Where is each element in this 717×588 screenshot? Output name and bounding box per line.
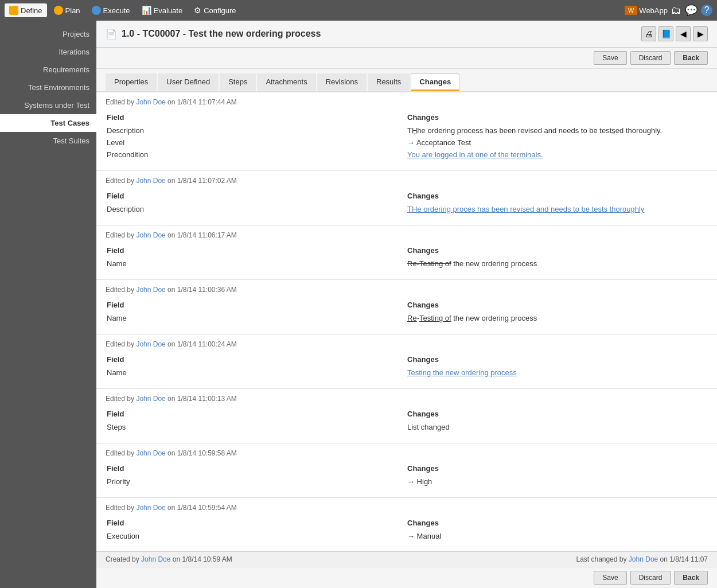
page-header: 📄 1.0 - TC00007 - Test the new ordering … [96,21,717,48]
content-area: Edited by John Doe on 1/8/14 11:07:44 AM… [96,92,717,551]
save-button[interactable]: Save [594,51,626,65]
field-col-4: Field [107,299,406,311]
sidebar-item-iterations[interactable]: Iterations [0,43,96,61]
change-author-1[interactable]: John Doe [136,98,165,106]
change-author-5[interactable]: John Doe [136,340,165,348]
topbar-plan-label: Plan [65,6,80,15]
top-toolbar: Save Discard Back [96,48,717,69]
topbar: Define Plan Execute 📊 Evaluate ⚙ Configu… [0,0,717,21]
table-row: Name Re-Testing of the new ordering proc… [107,313,707,324]
tab-changes[interactable]: Changes [411,73,459,91]
tab-attachments[interactable]: Attachments [257,73,315,91]
sidebar-item-test-environments[interactable]: Test Environments [0,79,96,96]
change-author-3[interactable]: John Doe [136,231,165,239]
changes-col-5: Changes [407,354,707,366]
strikethrough-span-3: Re-Testing of [407,259,451,268]
change-table-6: Field Changes Steps List changed [106,407,708,434]
topbar-configure[interactable]: ⚙ Configure [189,3,240,17]
change-table-5: Field Changes Name Testing the new order… [106,353,708,379]
table-row: Description THe ordering proces has been… [107,204,707,215]
change-header-2: Edited by John Doe on 1/8/14 11:07:02 AM [106,177,708,185]
change-header-8: Edited by John Doe on 1/8/14 10:59:54 AM [106,504,708,512]
field-col-5: Field [107,354,406,366]
nav-back-button[interactable]: ◀ [676,26,691,41]
main: 📄 1.0 - TC00007 - Test the new ordering … [96,21,717,588]
change-header-1: Edited by John Doe on 1/8/14 11:07:44 AM [106,98,708,106]
nav-forward-button[interactable]: ▶ [693,26,708,41]
page-title: 📄 1.0 - TC00007 - Test the new ordering … [106,29,321,40]
status-changer-link[interactable]: John Doe [629,555,658,563]
underline-span-4b: Testing of [419,314,451,322]
table-row: Precondition You are logged in at one of… [107,149,707,160]
sidebar-item-requirements[interactable]: Requirements [0,61,96,79]
name-link-5[interactable]: Testing the new ordering process [407,368,517,377]
bottom-save-button[interactable]: Save [594,571,626,585]
help-icon: ? [701,5,712,16]
sidebar: Projects Iterations Requirements Test En… [0,21,96,588]
change-author-7[interactable]: John Doe [136,449,165,457]
header-actions: 🖨 📘 ◀ ▶ [641,26,708,41]
tab-revisions[interactable]: Revisions [317,73,367,91]
bottom-back-button[interactable]: Back [674,571,708,585]
change-author-6[interactable]: John Doe [136,395,165,403]
precondition-link[interactable]: You are logged in at one of the terminal… [407,150,543,159]
sidebar-item-test-suites[interactable]: Test Suites [0,132,96,150]
sidebar-item-test-cases[interactable]: Test Cases [0,114,96,132]
topbar-plan[interactable]: Plan [49,3,85,17]
folder-icon: 🗂 [671,5,681,17]
field-col-7: Field [107,463,406,475]
change-author-8[interactable]: John Doe [136,504,165,512]
table-row: Name Re-Testing of the new ordering proc… [107,258,707,269]
field-col-6: Field [107,408,406,420]
table-row: Execution → Manual [107,531,707,542]
change-table-7: Field Changes Priority → High [106,462,708,488]
topbar-execute[interactable]: Execute [87,3,135,17]
topbar-evaluate[interactable]: 📊 Evaluate [137,3,188,17]
book-button[interactable]: 📘 [658,26,673,41]
table-row: Steps List changed [107,422,707,433]
folder-button[interactable]: 🗂 [671,5,681,17]
change-header-7: Edited by John Doe on 1/8/14 10:59:58 AM [106,449,708,457]
status-creator-link[interactable]: John Doe [141,555,170,563]
back-button[interactable]: Back [674,51,708,65]
bottom-discard-button[interactable]: Discard [630,571,671,585]
webapp-icon: W [625,6,637,15]
changes-col-7: Changes [407,463,707,475]
topbar-define[interactable]: Define [5,3,47,17]
changes-col-4: Changes [407,299,707,311]
topbar-define-label: Define [21,6,42,15]
webapp-label: WebApp [639,6,668,15]
change-table-3: Field Changes Name Re-Testing of the new… [106,244,708,270]
change-section-3: Edited by John Doe on 1/8/14 11:06:17 AM… [96,225,717,280]
change-section-1: Edited by John Doe on 1/8/14 11:07:44 AM… [96,92,717,171]
plan-icon [54,6,63,15]
tab-steps[interactable]: Steps [220,73,256,91]
messages-button[interactable]: 💬 [685,4,697,17]
change-section-7: Edited by John Doe on 1/8/14 10:59:58 AM… [96,443,717,498]
sidebar-item-systems-under-test[interactable]: Systems under Test [0,96,96,114]
desc-link-2[interactable]: THe ordering proces has been revised and… [407,205,644,213]
changes-col-header-1: Changes [407,112,707,124]
change-table-1: Field Changes Description THhe ordering … [106,111,708,161]
change-section-5: Edited by John Doe on 1/8/14 11:00:24 AM… [96,334,717,389]
configure-icon: ⚙ [194,6,201,15]
field-col-2: Field [107,190,406,203]
change-header-4: Edited by John Doe on 1/8/14 11:00:36 AM [106,286,708,294]
sidebar-item-projects[interactable]: Projects [0,25,96,43]
status-changed-date: on 1/8/14 11:07 [660,555,708,563]
topbar-configure-label: Configure [204,6,236,15]
tab-user-defined[interactable]: User Defined [158,73,219,91]
change-header-5: Edited by John Doe on 1/8/14 11:00:24 AM [106,340,708,348]
document-icon: 📄 [106,29,117,40]
tab-properties[interactable]: Properties [106,73,157,91]
changes-col-8: Changes [407,517,707,529]
field-col-3: Field [107,245,406,257]
change-header-6: Edited by John Doe on 1/8/14 11:00:13 AM [106,395,708,403]
webapp-button[interactable]: W WebApp [625,6,668,15]
change-author-2[interactable]: John Doe [136,177,165,185]
help-button[interactable]: ? [701,5,712,16]
change-author-4[interactable]: John Doe [136,286,165,294]
tab-results[interactable]: Results [368,73,410,91]
print-button[interactable]: 🖨 [641,26,656,41]
discard-button[interactable]: Discard [630,51,671,65]
